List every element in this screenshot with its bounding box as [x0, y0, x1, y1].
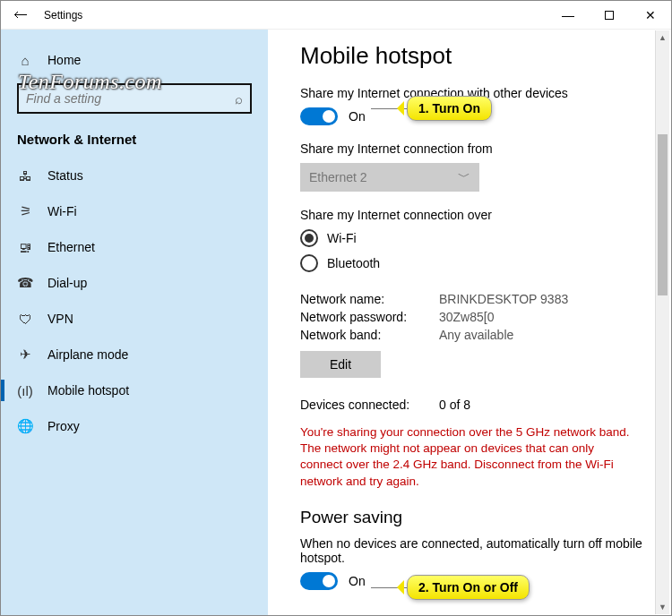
radio-wifi[interactable]: Wi-Fi: [300, 229, 650, 247]
network-name-value: BRINKDESKTOP 9383: [439, 292, 568, 306]
band-warning-text: You're sharing your connection over the …: [300, 424, 632, 490]
sidebar-item-dialup[interactable]: ☎ Dial-up: [1, 265, 268, 301]
maximize-button[interactable]: [589, 1, 630, 30]
scrollbar-thumb[interactable]: [658, 134, 668, 295]
dropdown-value: Ethernet 2: [309, 170, 367, 184]
share-toggle-state: On: [349, 109, 366, 124]
titlebar: 🡐 Settings — ✕: [1, 1, 671, 30]
proxy-icon: 🌐: [17, 418, 33, 434]
vpn-icon: 🛡: [17, 312, 33, 327]
hotspot-icon: (ıl): [17, 383, 33, 398]
minimize-button[interactable]: —: [547, 1, 589, 30]
home-label: Home: [47, 53, 81, 67]
share-from-label: Share my Internet connection from: [300, 141, 650, 156]
share-over-label: Share my Internet connection over: [300, 208, 650, 222]
power-saving-label: When no devices are connected, automatic…: [300, 536, 650, 565]
sidebar-item-mobile-hotspot[interactable]: (ıl) Mobile hotspot: [1, 372, 268, 408]
sidebar-item-ethernet[interactable]: 🖳 Ethernet: [1, 229, 268, 265]
chevron-down-icon: ﹀: [458, 169, 470, 185]
home-icon: ⌂: [17, 53, 33, 68]
network-password-value: 30Zw85[0: [439, 310, 494, 324]
page-title: Mobile hotspot: [300, 42, 650, 70]
sidebar-item-label: Airplane mode: [47, 347, 128, 362]
radio-wifi-button[interactable]: [300, 229, 318, 247]
sidebar-item-label: VPN: [47, 312, 73, 326]
devices-connected-value: 0 of 8: [439, 398, 470, 412]
sidebar-item-label: Mobile hotspot: [47, 383, 129, 398]
status-icon: 🖧: [17, 168, 33, 184]
window-title: Settings: [40, 9, 82, 21]
edit-button[interactable]: Edit: [300, 351, 381, 378]
annotation-callout-1: 1. Turn On: [407, 96, 492, 121]
sidebar-section-heading: Network & Internet: [1, 124, 268, 158]
radio-wifi-label: Wi-Fi: [327, 231, 357, 245]
sidebar-item-label: Proxy: [47, 419, 80, 433]
home-nav[interactable]: ⌂ Home: [1, 42, 268, 78]
dialup-icon: ☎: [17, 275, 33, 291]
radio-bluetooth-button[interactable]: [300, 254, 318, 272]
sidebar-item-proxy[interactable]: 🌐 Proxy: [1, 408, 268, 444]
sidebar-item-status[interactable]: 🖧 Status: [1, 158, 268, 193]
sidebar-item-airplane[interactable]: ✈ Airplane mode: [1, 337, 268, 372]
vertical-scrollbar[interactable]: ▲ ▼: [655, 30, 669, 614]
devices-connected-key: Devices connected:: [300, 398, 439, 412]
annotation-callout-2: 2. Turn On or Off: [407, 575, 530, 600]
scroll-down-arrow[interactable]: ▼: [656, 600, 669, 614]
close-button[interactable]: ✕: [630, 1, 671, 30]
network-band-key: Network band:: [300, 328, 439, 342]
power-saving-toggle[interactable]: [300, 572, 338, 590]
sidebar-item-wifi[interactable]: ⚞ Wi-Fi: [1, 193, 268, 229]
airplane-icon: ✈: [17, 346, 33, 363]
radio-bluetooth-label: Bluetooth: [327, 256, 380, 270]
sidebar: ⌂ Home ⌕ Network & Internet 🖧 Status ⚞ W…: [1, 30, 268, 615]
network-password-key: Network password:: [300, 310, 439, 324]
sidebar-item-label: Status: [47, 168, 83, 183]
share-toggle[interactable]: [300, 107, 338, 125]
back-button[interactable]: 🡐: [1, 1, 40, 30]
sidebar-item-label: Dial-up: [47, 276, 87, 290]
sidebar-item-label: Ethernet: [47, 240, 95, 254]
search-input[interactable]: ⌕: [17, 83, 252, 114]
search-field[interactable]: [26, 91, 235, 106]
ethernet-icon: 🖳: [17, 240, 33, 255]
wifi-icon: ⚞: [17, 203, 33, 219]
scroll-up-arrow[interactable]: ▲: [656, 30, 669, 45]
radio-bluetooth[interactable]: Bluetooth: [300, 254, 650, 272]
network-band-value: Any available: [439, 328, 513, 342]
search-icon: ⌕: [235, 91, 243, 107]
power-saving-toggle-state: On: [349, 574, 366, 588]
sidebar-item-vpn[interactable]: 🛡 VPN: [1, 301, 268, 337]
share-from-dropdown: Ethernet 2 ﹀: [300, 163, 479, 192]
sidebar-item-label: Wi-Fi: [47, 204, 77, 218]
network-name-key: Network name:: [300, 292, 439, 306]
power-saving-heading: Power saving: [300, 508, 650, 527]
